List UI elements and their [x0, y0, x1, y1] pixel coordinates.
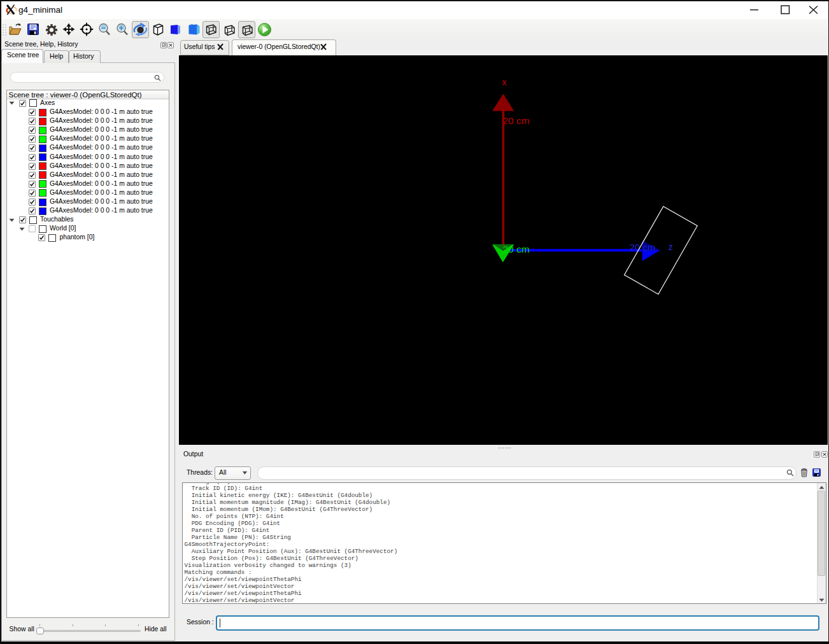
- svg-text:x: x: [502, 77, 507, 87]
- svg-text:20 cm: 20 cm: [503, 115, 530, 126]
- svg-text:z: z: [669, 242, 673, 252]
- svg-text:20 cm: 20 cm: [503, 244, 530, 255]
